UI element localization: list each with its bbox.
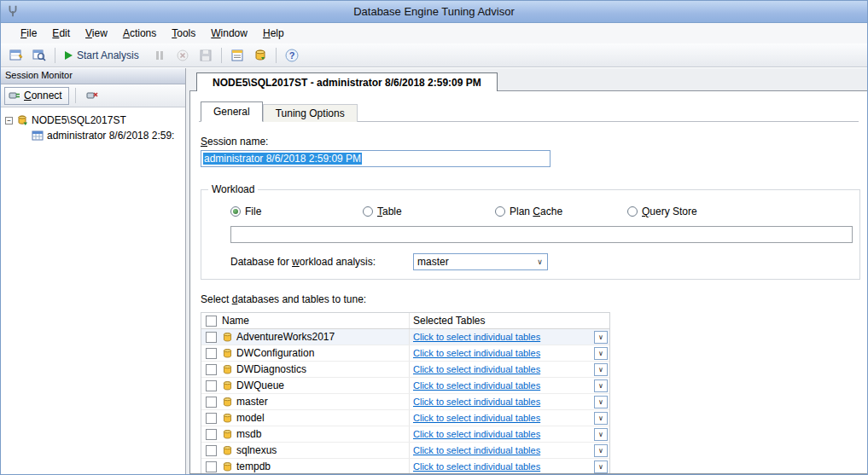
server-node-label: NODE5\SQL2017ST xyxy=(32,114,126,126)
title-bar: Database Engine Tuning Advisor xyxy=(1,1,867,23)
row-checkbox[interactable] xyxy=(206,380,217,391)
workload-radio-table[interactable]: Table xyxy=(363,206,495,217)
tab-tuning-options[interactable]: Tuning Options xyxy=(263,104,358,122)
pause-analysis-button[interactable] xyxy=(149,46,170,65)
row-checkbox[interactable] xyxy=(206,413,217,424)
select-databases-label: Select databases and tables to tune: xyxy=(201,293,862,305)
row-checkbox[interactable] xyxy=(206,461,217,472)
new-session-button[interactable] xyxy=(6,46,26,65)
tables-dropdown-button[interactable]: ∨ xyxy=(594,461,608,473)
row-checkbox[interactable] xyxy=(206,348,217,359)
workload-groupbox: Workload FileTablePlan CacheQuery Store … xyxy=(201,189,860,280)
tables-dropdown-button[interactable]: ∨ xyxy=(594,331,608,344)
disconnect-button[interactable] xyxy=(82,86,102,105)
menu-item-window[interactable]: Window xyxy=(203,25,255,42)
workload-database-combobox[interactable]: master ∨ xyxy=(413,253,548,270)
help-icon: ? xyxy=(285,49,299,62)
open-session-button[interactable] xyxy=(29,46,50,65)
svg-text:?: ? xyxy=(288,50,294,61)
session-document-tab[interactable]: NODE5\SQL2017ST - administrator 8/6/2018… xyxy=(196,72,498,91)
menu-item-view[interactable]: View xyxy=(78,25,115,42)
tables-dropdown-button[interactable]: ∨ xyxy=(594,363,608,376)
radio-label: Plan Cache xyxy=(510,206,562,217)
workload-radio-file[interactable]: File xyxy=(230,206,363,217)
select-individual-tables-link[interactable]: Click to select individual tables xyxy=(413,461,540,472)
select-individual-tables-link[interactable]: Click to select individual tables xyxy=(413,413,540,423)
database-export-icon xyxy=(253,49,267,62)
stop-analysis-button[interactable] xyxy=(172,46,193,65)
row-checkbox[interactable] xyxy=(206,364,217,375)
select-individual-tables-link[interactable]: Click to select individual tables xyxy=(413,348,540,358)
page-tabs: GeneralTuning Options xyxy=(199,101,859,122)
session-monitor-title: Session Monitor xyxy=(1,68,185,84)
row-checkbox[interactable] xyxy=(206,397,217,408)
help-button[interactable]: ? xyxy=(282,46,302,65)
menu-item-file[interactable]: File xyxy=(13,25,44,42)
database-name: AdventureWorks2017 xyxy=(236,331,335,343)
workload-radio-query-store[interactable]: Query Store xyxy=(627,206,760,217)
menu-item-tools[interactable]: Tools xyxy=(164,25,203,42)
pause-icon xyxy=(153,49,166,62)
row-checkbox[interactable] xyxy=(206,332,217,343)
database-name: master xyxy=(236,396,268,408)
select-individual-tables-link[interactable]: Click to select individual tables xyxy=(413,380,540,391)
menu-item-edit[interactable]: Edit xyxy=(44,25,78,42)
menu-item-help[interactable]: Help xyxy=(255,25,292,42)
name-column-header[interactable]: Name xyxy=(220,313,410,328)
tables-dropdown-button[interactable]: ∨ xyxy=(594,347,608,360)
select-individual-tables-link[interactable]: Click to select individual tables xyxy=(413,445,540,455)
workload-database-label: Database for workload analysis: xyxy=(230,256,413,268)
tables-dropdown-button[interactable]: ∨ xyxy=(594,444,608,457)
select-individual-tables-link[interactable]: Click to select individual tables xyxy=(413,397,540,407)
table-row: model Click to select individual tables … xyxy=(201,410,609,426)
select-individual-tables-link[interactable]: Click to select individual tables xyxy=(413,429,540,439)
table-row: DWConfiguration Click to select individu… xyxy=(201,345,609,362)
start-analysis-button[interactable]: Start Analysis xyxy=(61,46,147,65)
tables-dropdown-button[interactable]: ∨ xyxy=(594,396,608,408)
connect-button[interactable]: Connect xyxy=(4,87,69,105)
database-icon xyxy=(222,332,233,343)
row-checkbox[interactable] xyxy=(206,445,217,456)
tables-dropdown-button[interactable]: ∨ xyxy=(594,428,608,441)
session-monitor-toolbar: Connect xyxy=(1,84,185,107)
selected-tables-column-header[interactable]: Selected Tables xyxy=(410,315,609,327)
select-all-checkbox[interactable] xyxy=(206,316,217,327)
session-tree: − NODE5\SQL2017ST administrator 8/6/2018… xyxy=(1,107,185,474)
tables-dropdown-button[interactable]: ∨ xyxy=(594,379,608,392)
database-name: DWConfiguration xyxy=(236,347,314,359)
database-name: model xyxy=(236,412,265,424)
workload-group-label: Workload xyxy=(208,183,258,195)
tab-general[interactable]: General xyxy=(201,101,263,122)
workload-database-value: master xyxy=(417,256,449,268)
database-name: DWQueue xyxy=(236,379,284,391)
database-name: DWDiagnostics xyxy=(236,363,306,375)
save-button[interactable] xyxy=(195,46,216,65)
select-individual-tables-link[interactable]: Click to select individual tables xyxy=(413,364,540,374)
export-results-button[interactable] xyxy=(250,46,271,65)
collapse-icon[interactable]: − xyxy=(5,117,13,125)
table-row: master Click to select individual tables… xyxy=(201,394,609,410)
workload-radio-plan-cache[interactable]: Plan Cache xyxy=(495,206,627,217)
server-icon xyxy=(16,114,28,126)
start-analysis-label: Start Analysis xyxy=(77,49,139,61)
session-name-input[interactable]: administrator 8/6/2018 2:59:09 PM xyxy=(201,150,551,167)
row-checkbox[interactable] xyxy=(206,429,217,440)
workload-file-input[interactable] xyxy=(230,226,853,243)
select-individual-tables-link[interactable]: Click to select individual tables xyxy=(413,332,540,342)
menu-bar: FileEditViewActionsToolsWindowHelp xyxy=(1,23,867,43)
import-options-button[interactable] xyxy=(227,46,248,65)
menu-item-actions[interactable]: Actions xyxy=(115,25,164,42)
table-row: DWDiagnostics Click to select individual… xyxy=(201,362,609,378)
database-icon xyxy=(222,364,233,375)
tables-dropdown-button[interactable]: ∨ xyxy=(594,412,608,425)
document-tab-strip: NODE5\SQL2017ST - administrator 8/6/2018… xyxy=(186,68,867,90)
radio-icon xyxy=(230,206,241,217)
connect-icon xyxy=(9,90,20,101)
chevron-down-icon[interactable]: ∨ xyxy=(533,254,547,269)
tree-node-session[interactable]: administrator 8/6/2018 2:59: xyxy=(1,128,185,143)
toolbar-separator xyxy=(221,48,222,63)
tree-node-server[interactable]: − NODE5\SQL2017ST xyxy=(1,113,185,128)
document-area: NODE5\SQL2017ST - administrator 8/6/2018… xyxy=(186,68,867,474)
database-name: sqlnexus xyxy=(236,444,277,456)
workload-radio-group: FileTablePlan CacheQuery Store xyxy=(201,206,859,217)
